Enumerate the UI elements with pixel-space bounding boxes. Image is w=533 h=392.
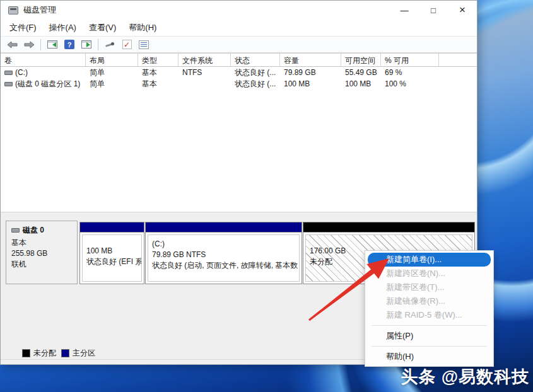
col-pct[interactable]: % 可用 bbox=[381, 54, 439, 66]
legend-primary: 主分区 bbox=[61, 348, 95, 359]
help-icon[interactable]: ? bbox=[62, 38, 77, 52]
cell-status: 状态良好 (... bbox=[231, 67, 280, 78]
partition-size: 100 MB bbox=[86, 239, 141, 257]
watermark: 头条 @易数科技 bbox=[401, 366, 529, 388]
partition-c[interactable]: (C:) 79.89 GB NTFS 状态良好 (启动, 页面文件, 故障转储,… bbox=[145, 222, 302, 284]
menu-action[interactable]: 操作(A) bbox=[44, 20, 81, 35]
table-row[interactable]: (C:) 简单 基本 NTFS 状态良好 (... 79.89 GB 55.49… bbox=[1, 67, 477, 78]
cell-free: 55.49 GB bbox=[341, 68, 381, 77]
menu-item-properties[interactable]: 属性(P) bbox=[365, 329, 493, 343]
col-fs[interactable]: 文件系统 bbox=[179, 54, 231, 66]
volume-icon bbox=[4, 71, 13, 75]
minimize-button[interactable]: — bbox=[390, 1, 419, 20]
window-title: 磁盘管理 bbox=[23, 4, 56, 16]
disk-name: 磁盘 0 bbox=[23, 225, 44, 236]
col-capacity[interactable]: 容量 bbox=[280, 54, 341, 66]
partition-efi[interactable]: 100 MB 状态良好 (EFI 系 bbox=[79, 222, 144, 284]
disk-status: 联机 bbox=[11, 259, 77, 270]
partition-size: 79.89 GB NTFS bbox=[152, 250, 299, 260]
menu-help[interactable]: 帮助(H) bbox=[124, 20, 161, 35]
cell-layout: 简单 bbox=[86, 79, 138, 89]
legend-unallocated: 未分配 bbox=[22, 348, 56, 359]
col-type[interactable]: 类型 bbox=[138, 54, 179, 66]
legend-swatch-unallocated bbox=[22, 349, 30, 357]
col-free[interactable]: 可用空间 bbox=[341, 54, 381, 66]
partition-stripe bbox=[303, 222, 474, 233]
properties-list-icon[interactable] bbox=[136, 38, 151, 52]
volume-table-header: 卷 布局 类型 文件系统 状态 容量 可用空间 % 可用 bbox=[1, 53, 477, 67]
col-volume[interactable]: 卷 bbox=[1, 54, 86, 66]
legend-swatch-primary bbox=[61, 349, 69, 357]
legend-label: 主分区 bbox=[73, 348, 95, 359]
screen: 磁盘管理 — □ × 文件(F) 操作(A) 查看(V) 帮助(H) bbox=[0, 0, 533, 392]
cell-type: 基本 bbox=[138, 67, 179, 78]
volume-list-view-icon[interactable] bbox=[45, 38, 60, 52]
menu-bar: 文件(F) 操作(A) 查看(V) 帮助(H) bbox=[1, 20, 477, 37]
app-icon bbox=[8, 6, 18, 14]
legend-label: 未分配 bbox=[33, 348, 56, 359]
menu-view[interactable]: 查看(V) bbox=[84, 20, 121, 35]
maximize-button[interactable]: □ bbox=[419, 1, 448, 20]
table-row[interactable]: (磁盘 0 磁盘分区 1) 简单 基本 状态良好 (... 100 MB 100… bbox=[1, 78, 477, 89]
context-menu: 新建简单卷(I)... 新建跨区卷(N)... 新建带区卷(T)... 新建镜像… bbox=[365, 250, 494, 367]
cell-volume: (磁盘 0 磁盘分区 1) bbox=[15, 79, 80, 89]
menu-item-new-striped-volume: 新建带区卷(T)... bbox=[365, 280, 493, 294]
partition-stripe bbox=[80, 222, 144, 233]
cell-pct: 69 % bbox=[381, 68, 439, 77]
partition-label: (C:) bbox=[152, 239, 299, 250]
forward-icon[interactable] bbox=[21, 38, 37, 52]
col-layout[interactable]: 布局 bbox=[86, 54, 138, 66]
col-status[interactable]: 状态 bbox=[231, 54, 280, 66]
cell-capacity: 79.89 GB bbox=[280, 68, 341, 77]
toolbar-separator bbox=[40, 39, 41, 50]
menu-separator bbox=[372, 325, 487, 326]
volume-list-panel: 卷 布局 类型 文件系统 状态 容量 可用空间 % 可用 (C:) 简单 基本 … bbox=[1, 53, 477, 212]
cell-capacity: 100 MB bbox=[280, 79, 341, 88]
cell-volume: (C:) bbox=[15, 68, 28, 77]
titlebar: 磁盘管理 — □ × bbox=[1, 1, 477, 20]
cell-layout: 简单 bbox=[86, 67, 138, 78]
cell-fs: NTFS bbox=[179, 68, 231, 77]
partition-stripe bbox=[146, 222, 302, 233]
cell-type: 基本 bbox=[138, 79, 179, 89]
menu-separator bbox=[372, 346, 487, 347]
menu-file[interactable]: 文件(F) bbox=[4, 20, 42, 35]
back-icon[interactable] bbox=[4, 38, 20, 52]
rescan-wand-icon[interactable] bbox=[102, 38, 117, 52]
partition-status: 状态良好 (启动, 页面文件, 故障转储, 基本数 bbox=[152, 260, 299, 271]
disk0-info-box[interactable]: 磁盘 0 基本 255.98 GB 联机 bbox=[6, 221, 78, 284]
menu-item-new-simple-volume[interactable]: 新建简单卷(I)... bbox=[368, 253, 491, 267]
cell-status: 状态良好 (... bbox=[231, 79, 280, 89]
menu-item-new-raid5-volume: 新建 RAID-5 卷(W)... bbox=[365, 308, 493, 322]
commit-check-icon[interactable]: ✓ bbox=[119, 38, 134, 52]
menu-item-new-mirrored-volume: 新建镜像卷(R)... bbox=[365, 294, 493, 308]
disk-size: 255.98 GB bbox=[11, 248, 77, 259]
toolbar: ? ✓ bbox=[1, 37, 477, 53]
disk-icon bbox=[11, 228, 20, 233]
disk-type: 基本 bbox=[11, 238, 77, 248]
partition-status: 状态良好 (EFI 系 bbox=[86, 257, 141, 267]
window-controls: — □ × bbox=[390, 1, 477, 20]
volume-icon bbox=[4, 82, 13, 86]
cell-pct: 100 % bbox=[381, 79, 439, 88]
menu-item-new-spanned-volume: 新建跨区卷(N)... bbox=[365, 267, 493, 280]
close-button[interactable]: × bbox=[448, 1, 477, 20]
toolbar-separator bbox=[98, 39, 98, 50]
cell-free: 100 MB bbox=[341, 79, 381, 88]
menu-item-help[interactable]: 帮助(H) bbox=[365, 350, 493, 364]
graphical-view-icon[interactable] bbox=[79, 38, 94, 52]
col-empty bbox=[439, 54, 477, 66]
